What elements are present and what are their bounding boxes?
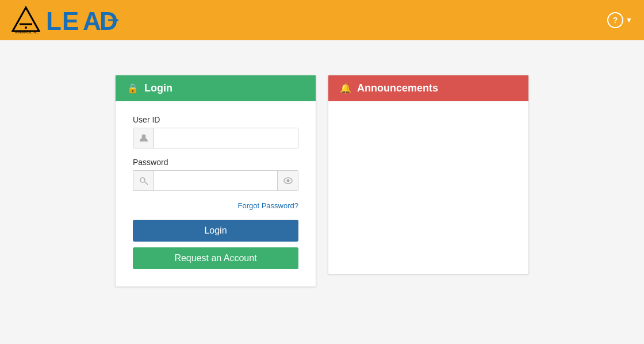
announcements-body: [328, 101, 528, 274]
lock-icon: 🔒: [127, 83, 139, 94]
user-id-label: User ID: [133, 115, 298, 124]
user-icon: [133, 128, 154, 148]
login-panel-header: 🔒 Login: [116, 75, 316, 101]
svg-line-11: [144, 182, 148, 185]
login-title: Login: [144, 82, 172, 94]
help-button[interactable]: ?: [607, 12, 623, 28]
show-password-toggle[interactable]: [277, 171, 298, 190]
password-label: Password: [133, 158, 298, 167]
header-right: ? ▼: [607, 12, 632, 28]
svg-text:A: A: [83, 7, 102, 35]
svg-text:LE: LE: [46, 7, 79, 35]
forgot-password-row: Forgot Password?: [133, 200, 298, 211]
login-form-body: User ID Password: [116, 101, 316, 286]
announcements-panel-header: 🔔 Announcements: [328, 75, 528, 101]
app-name: LE A D: [45, 6, 120, 35]
password-input-wrapper: [133, 170, 298, 191]
help-dropdown-arrow[interactable]: ▼: [626, 16, 632, 24]
request-account-button[interactable]: Request an Account: [133, 247, 298, 269]
key-icon: [133, 171, 154, 190]
password-input[interactable]: [154, 171, 277, 190]
svg-point-13: [286, 179, 289, 182]
logo-area: AIMERIRON, INC. LE A D: [12, 6, 120, 35]
app-header: AIMERIRON, INC. LE A D ? ▼: [0, 0, 644, 40]
company-logo: AIMERIRON, INC.: [12, 6, 40, 35]
bell-icon: 🔔: [340, 83, 351, 94]
login-panel: 🔒 Login User ID Passwor: [115, 75, 316, 287]
svg-point-10: [140, 178, 145, 182]
password-group: Password: [133, 158, 298, 191]
user-id-group: User ID: [133, 115, 298, 148]
forgot-password-link[interactable]: Forgot Password?: [238, 201, 299, 210]
user-id-input[interactable]: [154, 128, 298, 148]
user-id-input-wrapper: [133, 128, 298, 148]
svg-point-2: [25, 26, 27, 29]
announcements-title: Announcements: [357, 82, 438, 94]
announcements-panel: 🔔 Announcements: [328, 75, 529, 274]
svg-text:AIMERIRON, INC.: AIMERIRON, INC.: [15, 30, 39, 34]
login-button[interactable]: Login: [133, 220, 298, 242]
main-content: 🔒 Login User ID Passwor: [0, 40, 644, 322]
